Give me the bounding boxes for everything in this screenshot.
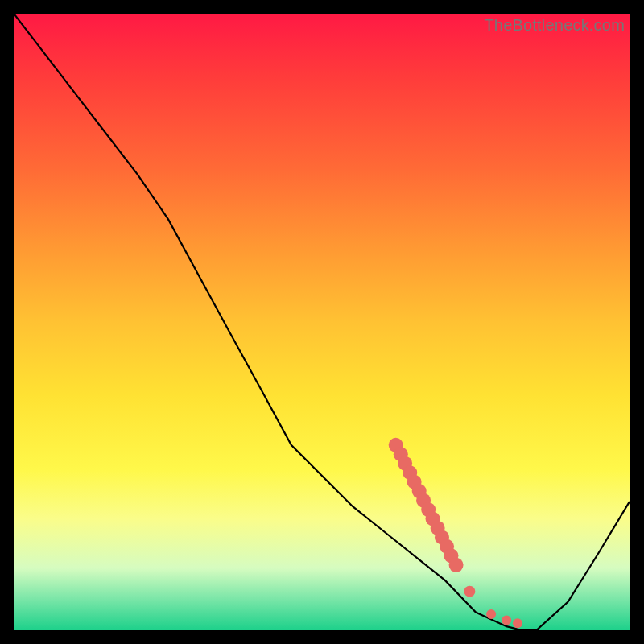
chart-svg — [14, 14, 630, 630]
data-point — [486, 609, 496, 619]
plot-area: TheBottleneck.com — [14, 14, 630, 630]
data-point — [502, 616, 511, 625]
scatter-points — [389, 438, 522, 629]
data-point — [464, 586, 475, 597]
chart-frame: TheBottleneck.com — [0, 0, 644, 644]
data-point — [449, 558, 464, 572]
data-point — [513, 618, 522, 628]
line-series — [14, 14, 630, 630]
